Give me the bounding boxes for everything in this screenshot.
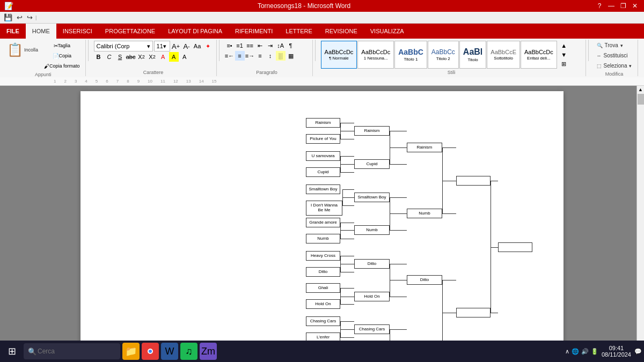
style-titolo[interactable]: AaBl Titolo	[459, 41, 486, 69]
search-container: 🔍	[24, 343, 120, 359]
font-grow-button[interactable]: A+	[171, 41, 181, 51]
border-button[interactable]: ▦	[286, 51, 296, 61]
style-titolo1[interactable]: AaBbC Titolo 1	[394, 41, 427, 69]
style-nessuna[interactable]: AaBbCcDc 1 Nessuna...	[357, 41, 394, 69]
highlight-button[interactable]: A	[169, 52, 179, 62]
tab-revisione[interactable]: REVISIONE	[319, 24, 364, 39]
paste-label: Incolla	[24, 47, 38, 53]
clear-format-button[interactable]: ✦	[203, 41, 213, 51]
font-name-dropdown-icon[interactable]: ▾	[147, 43, 150, 50]
undo-quick-button[interactable]: ↩	[15, 13, 24, 21]
superscript-button[interactable]: X2	[148, 52, 157, 62]
multilevel-button[interactable]: ≡≡	[245, 41, 255, 50]
taskbar-search-input[interactable]	[24, 343, 120, 359]
save-quick-button[interactable]: 💾	[2, 13, 14, 21]
restore-button[interactable]: ❐	[618, 2, 628, 10]
paragrafo-label: Paragrafo	[256, 69, 277, 75]
numbering-button[interactable]: ≡1	[235, 41, 245, 50]
help-button[interactable]: ?	[595, 2, 604, 10]
text-effect-button[interactable]: A	[180, 52, 189, 62]
copy-button[interactable]: 📄 Copia	[42, 51, 82, 61]
bullets-button[interactable]: ≡•	[225, 41, 235, 50]
trova-button[interactable]: 🔍 Trova ▾	[594, 41, 635, 50]
r2-smalltown-boy: Smalltown Boy	[354, 193, 390, 202]
scrollbar-thumb[interactable]	[638, 94, 644, 105]
tab-lettere[interactable]: LETTERE	[279, 24, 319, 39]
modifica-label: Modifica	[605, 70, 624, 77]
close-button[interactable]: ✕	[630, 2, 640, 10]
r2-rainism: Rainism	[354, 126, 390, 136]
r1-grande-amore: Grande amore	[306, 218, 340, 227]
taskbar-zm-icon[interactable]: Zm	[200, 343, 217, 360]
style-sottotitolo-preview: AaBbCcE	[491, 49, 516, 55]
seleziona-dropdown[interactable]: ▾	[629, 63, 632, 69]
taskbar-datetime[interactable]: 09:41 08/11/2024	[602, 345, 631, 358]
scroll-up-button[interactable]: ▲	[637, 86, 644, 93]
style-sottotitolo[interactable]: AaBbCcE Sottotitolo	[487, 41, 520, 69]
minimize-button[interactable]: —	[606, 2, 616, 10]
carattere-label: Carattere	[143, 69, 164, 75]
network-icon[interactable]: 🌐	[572, 348, 579, 355]
start-button[interactable]: ⊞	[2, 342, 21, 361]
underline-button[interactable]: S	[115, 52, 125, 62]
font-size-dropdown-icon[interactable]: ▾	[163, 43, 166, 50]
font-color-button[interactable]: A	[158, 52, 168, 62]
tab-progettazione[interactable]: PROGETTAZIONE	[99, 24, 162, 39]
align-left-button[interactable]: ≡←	[225, 51, 235, 61]
justify-button[interactable]: ≡	[255, 51, 265, 61]
group-modifica: 🔍 Trova ▾ ↔ Sostituisci ⬚ Seleziona ▾ Mo…	[591, 40, 639, 76]
style-normale[interactable]: AaBbCcDc ¶ Normale	[321, 41, 357, 69]
r2-ditto: Ditto	[354, 259, 390, 269]
tab-inserisci[interactable]: INSERISCI	[56, 24, 99, 39]
style-enfasi[interactable]: AaBbCcDc Enfasi deli...	[521, 41, 557, 69]
notification-icon[interactable]: 💬	[634, 348, 642, 355]
italic-button[interactable]: C	[105, 52, 114, 62]
shading-button[interactable]: ░	[276, 51, 286, 61]
line-spacing-button[interactable]: ↕	[266, 51, 275, 61]
search-icon: 🔍	[28, 348, 36, 356]
trova-dropdown[interactable]: ▾	[620, 43, 623, 48]
increase-indent-button[interactable]: ⇥	[266, 41, 275, 50]
strikethrough-button[interactable]: abc	[126, 52, 136, 62]
subscript-button[interactable]: X2	[137, 52, 147, 62]
tab-file[interactable]: FILE	[0, 24, 26, 39]
seleziona-button[interactable]: ⬚ Seleziona ▾	[594, 61, 635, 70]
font-shrink-button[interactable]: A-	[182, 41, 192, 51]
style-titolo2[interactable]: AaBbCc Titolo 2	[428, 41, 459, 69]
title-bar: 📝 Torneosongs18 - Microsoft Word ? — ❐ ✕	[0, 0, 644, 12]
change-case-button[interactable]: Aa	[193, 41, 202, 51]
styles-scroll-up[interactable]: ▲	[559, 41, 569, 50]
font-size-box[interactable]: 11 ▾	[154, 41, 170, 51]
tab-home[interactable]: HOME	[26, 24, 56, 39]
format-painter-button[interactable]: 🖌 Copia formato	[42, 61, 82, 71]
battery-icon[interactable]: 🔋	[591, 348, 598, 355]
taskbar-spotify-icon[interactable]: ♫	[180, 343, 197, 360]
styles-expand[interactable]: ⊞	[559, 60, 569, 69]
sostituisci-button[interactable]: ↔ Sostituisci	[594, 51, 635, 60]
scrollbar-right[interactable]: ▲ ▼	[636, 86, 644, 350]
r1-i-dont-wanna: I Don't Wanna Be Me	[306, 201, 342, 216]
bracket-container: Rainism Picture of You U samovara Cupid …	[113, 107, 542, 350]
styles-scroll-down[interactable]: ▼	[559, 50, 569, 60]
tab-visualizza[interactable]: VISUALIZZA	[364, 24, 411, 39]
tab-riferimenti[interactable]: RIFERIMENTI	[229, 24, 279, 39]
arrow-icon[interactable]: ∧	[565, 348, 569, 355]
taskbar-explorer-icon[interactable]: 📁	[122, 343, 140, 360]
bold-button[interactable]: B	[94, 52, 104, 62]
paste-button[interactable]: 📋 Incolla	[4, 41, 41, 59]
taskbar-chrome-icon[interactable]	[142, 343, 159, 360]
align-center-button[interactable]: ≡	[235, 51, 245, 61]
decrease-indent-button[interactable]: ⇤	[255, 41, 265, 50]
taskbar-word-icon[interactable]: W	[161, 343, 178, 360]
sound-icon[interactable]: 🔊	[581, 348, 589, 355]
tab-layout[interactable]: LAYOUT DI PAGINA	[162, 24, 229, 39]
show-para-button[interactable]: ¶	[286, 41, 296, 50]
font-size-value: 11	[157, 43, 163, 49]
font-name-box[interactable]: Calibri (Corp ▾	[94, 41, 153, 51]
redo-quick-button[interactable]: ↪	[25, 13, 34, 21]
font-name-value: Calibri (Corp	[97, 43, 130, 49]
sort-button[interactable]: ↕A	[276, 41, 286, 50]
paste-icon: 📋	[7, 42, 23, 57]
cut-button[interactable]: ✂ Taglia	[42, 41, 82, 50]
align-right-button[interactable]: ≡→	[245, 51, 255, 61]
